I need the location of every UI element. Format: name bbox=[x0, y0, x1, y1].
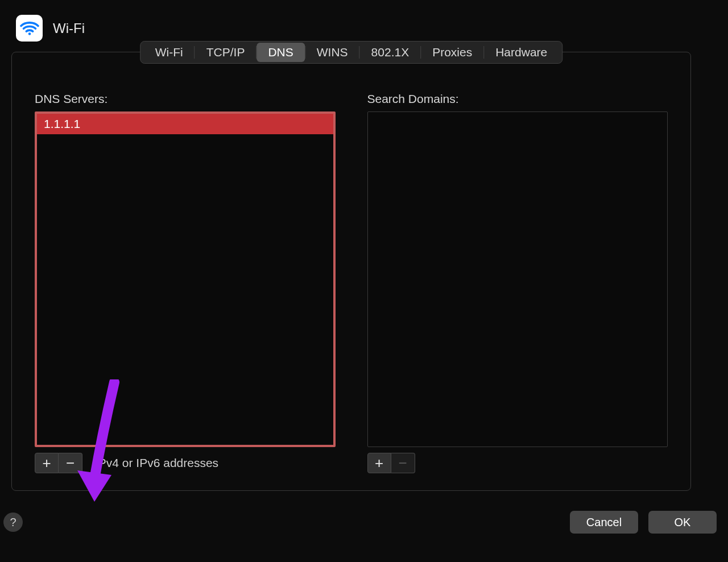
dns-list-controls: + − IPv4 or IPv6 addresses bbox=[35, 453, 336, 473]
tabs: Wi-Fi TCP/IP DNS WINS 802.1X Proxies Har… bbox=[140, 41, 562, 64]
tab-8021x[interactable]: 802.1X bbox=[360, 43, 421, 62]
dns-hint: IPv4 or IPv6 addresses bbox=[95, 456, 218, 470]
search-domains-controls: + − bbox=[367, 453, 668, 473]
tab-wins[interactable]: WINS bbox=[305, 43, 359, 62]
add-dns-button[interactable]: + bbox=[35, 453, 59, 473]
search-domains-list[interactable] bbox=[367, 111, 668, 447]
search-domains-label: Search Domains: bbox=[367, 92, 668, 106]
bottom-bar: ? Cancel OK bbox=[11, 509, 717, 536]
tab-tcpip[interactable]: TCP/IP bbox=[195, 43, 257, 62]
page-title: Wi-Fi bbox=[53, 20, 85, 36]
dns-servers-list[interactable]: 1.1.1.1 bbox=[35, 111, 336, 447]
search-domains-column: Search Domains: + − bbox=[367, 92, 668, 473]
help-button[interactable]: ? bbox=[3, 513, 23, 532]
ok-button[interactable]: OK bbox=[648, 511, 717, 534]
minus-icon: − bbox=[66, 456, 75, 470]
header: Wi-Fi bbox=[11, 15, 717, 42]
dns-servers-label: DNS Servers: bbox=[35, 92, 336, 106]
remove-search-domain-button: − bbox=[391, 453, 415, 473]
svg-point-0 bbox=[28, 32, 31, 35]
wifi-icon bbox=[16, 15, 43, 42]
cancel-button[interactable]: Cancel bbox=[570, 511, 638, 534]
help-icon: ? bbox=[10, 516, 16, 529]
tab-proxies[interactable]: Proxies bbox=[421, 43, 483, 62]
tab-wifi[interactable]: Wi-Fi bbox=[144, 43, 195, 62]
tab-dns[interactable]: DNS bbox=[257, 43, 304, 62]
dns-server-row[interactable]: 1.1.1.1 bbox=[37, 114, 333, 134]
content-area: DNS Servers: 1.1.1.1 + − IPv4 or IPv6 ad… bbox=[35, 92, 668, 473]
plus-icon: + bbox=[42, 456, 51, 470]
svg-marker-1 bbox=[77, 470, 111, 502]
dns-servers-column: DNS Servers: 1.1.1.1 + − IPv4 or IPv6 ad… bbox=[35, 92, 336, 473]
minus-icon: − bbox=[398, 456, 407, 470]
plus-icon: + bbox=[375, 456, 383, 470]
tab-hardware[interactable]: Hardware bbox=[484, 43, 559, 62]
remove-dns-button[interactable]: − bbox=[59, 453, 82, 473]
add-search-domain-button[interactable]: + bbox=[367, 453, 391, 473]
settings-panel: Wi-Fi TCP/IP DNS WINS 802.1X Proxies Har… bbox=[11, 52, 691, 491]
